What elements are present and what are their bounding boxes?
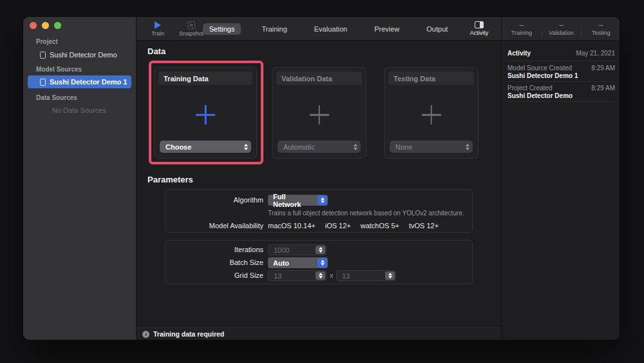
grid-width-field[interactable]: 13 bbox=[268, 270, 327, 281]
stat-training-value: – bbox=[520, 21, 524, 28]
stat-validation-value: – bbox=[559, 21, 563, 28]
tab-settings[interactable]: Settings bbox=[203, 23, 242, 35]
model-sources-label-text: Model Sources bbox=[36, 66, 82, 73]
model-availability-values: macOS 10.14+ iOS 12+ watchOS 5+ tvOS 12+ bbox=[268, 222, 439, 230]
training-data-highlight-box bbox=[149, 61, 263, 164]
divider bbox=[507, 101, 615, 102]
minimize-window-button[interactable] bbox=[42, 22, 49, 29]
activity-toggle-button[interactable]: Activity bbox=[465, 20, 493, 36]
data-section-heading: Data bbox=[147, 46, 166, 56]
popup-chevrons-icon bbox=[317, 195, 327, 205]
stepper-icon[interactable] bbox=[316, 246, 325, 254]
batch-size-popup[interactable]: Auto bbox=[268, 257, 328, 268]
stepper-icon[interactable] bbox=[385, 271, 395, 280]
desktop: Project Sushi Detector Demo Model Source… bbox=[0, 0, 644, 363]
stat-training-label: Training bbox=[511, 30, 532, 36]
validation-data-dropdown[interactable]: Automatic bbox=[278, 141, 361, 153]
activity-heading: Activity bbox=[507, 50, 531, 57]
add-validation-data-icon[interactable] bbox=[310, 105, 329, 124]
iterations-label: Iterations bbox=[165, 246, 263, 253]
grid-width-value: 13 bbox=[274, 272, 281, 280]
status-message: Training data required bbox=[153, 330, 224, 338]
algorithm-description: Trains a full object detection network b… bbox=[268, 210, 464, 217]
model-source-item-label: Sushi Detector Demo 1 bbox=[50, 78, 127, 86]
tab-evaluation[interactable]: Evaluation bbox=[308, 23, 354, 35]
grid-height-field[interactable]: 13 bbox=[336, 270, 396, 281]
stat-testing: – Testing bbox=[581, 17, 620, 40]
dropdown-chevrons-icon bbox=[354, 141, 357, 153]
iterations-value: 1000 bbox=[274, 246, 289, 254]
algorithm-popup[interactable]: Full Network bbox=[268, 195, 328, 206]
model-sources-section-label: Model Sources bbox=[36, 66, 117, 73]
event-row: Model Source Created 8:29 AM bbox=[507, 64, 615, 72]
testing-data-card: Testing Data None bbox=[384, 67, 478, 159]
create-ml-window: Project Sushi Detector Demo Model Source… bbox=[23, 16, 620, 340]
testing-data-title-text: Testing Data bbox=[393, 75, 435, 83]
iterations-field[interactable]: 1000 bbox=[268, 244, 327, 255]
availability-ios: iOS 12+ bbox=[325, 222, 351, 230]
main-pane: Train Snapshot Settings Training Evaluat… bbox=[137, 17, 501, 340]
play-icon bbox=[155, 21, 161, 29]
sidebar-item-model-source[interactable]: Sushi Detector Demo 1 bbox=[28, 75, 131, 88]
status-bar: i Training data required bbox=[137, 328, 501, 340]
document-icon bbox=[40, 52, 46, 59]
model-availability-label: Model Availability bbox=[165, 222, 263, 230]
event-row: Project Created 8:29 AM bbox=[507, 84, 615, 92]
stat-testing-label: Testing bbox=[592, 30, 611, 36]
divider bbox=[507, 61, 615, 61]
testing-data-dropdown[interactable]: None bbox=[390, 141, 473, 153]
sidebar-item-project[interactable]: Sushi Detector Demo bbox=[28, 48, 131, 61]
data-sources-section-label: Data Sources bbox=[36, 94, 77, 101]
event-time: 8:29 AM bbox=[591, 84, 615, 92]
train-button[interactable]: Train bbox=[146, 20, 169, 37]
tab-output[interactable]: Output bbox=[420, 23, 454, 35]
add-testing-data-icon[interactable] bbox=[422, 105, 441, 124]
grid-size-separator: x bbox=[330, 271, 334, 279]
activity-stats-header: – Training – Validation – Testing bbox=[502, 17, 620, 41]
testing-data-card-title: Testing Data bbox=[388, 72, 474, 85]
parameters-section-heading: Parameters bbox=[147, 175, 193, 184]
stat-training: – Training bbox=[502, 17, 542, 40]
project-section-label: Project bbox=[36, 38, 58, 45]
zoom-window-button[interactable] bbox=[54, 22, 61, 29]
activity-button-label: Activity bbox=[470, 30, 489, 36]
snapshot-button-label: Snapshot bbox=[179, 30, 204, 37]
activity-header-row: Activity May 21, 2021 bbox=[507, 50, 615, 57]
testing-data-dropdown-value: None bbox=[395, 143, 412, 151]
project-item-label: Sushi Detector Demo bbox=[50, 51, 117, 59]
tab-bar: Settings Training Evaluation Preview Out… bbox=[214, 17, 443, 41]
validation-data-dropdown-value: Automatic bbox=[283, 143, 315, 151]
stepper-icon[interactable] bbox=[316, 271, 325, 280]
event-title: Model Source Created bbox=[507, 64, 572, 72]
validation-data-card-title: Validation Data bbox=[276, 72, 362, 85]
validation-data-card: Validation Data Automatic bbox=[272, 67, 366, 159]
availability-watchos: watchOS 5+ bbox=[361, 222, 399, 230]
activity-panel: – Training – Validation – Testing Activi… bbox=[501, 17, 620, 340]
model-source-icon bbox=[40, 79, 46, 86]
close-window-button[interactable] bbox=[30, 22, 37, 29]
batch-size-value: Auto bbox=[273, 259, 289, 267]
info-icon: i bbox=[142, 331, 149, 338]
event-title: Project Created bbox=[507, 84, 552, 92]
no-data-sources-label: No Data Sources bbox=[52, 106, 106, 114]
batch-size-label: Batch Size bbox=[165, 259, 263, 266]
grid-height-value: 13 bbox=[342, 272, 350, 280]
popup-chevrons-icon bbox=[317, 258, 327, 268]
event-subject: Sushi Detector Demo bbox=[507, 92, 615, 99]
event-subject: Sushi Detector Demo 1 bbox=[507, 72, 615, 79]
algorithm-popup-value: Full Network bbox=[273, 193, 315, 208]
activity-date: May 21, 2021 bbox=[576, 50, 615, 57]
snapshot-icon bbox=[187, 21, 195, 29]
snapshot-button[interactable]: Snapshot bbox=[176, 20, 206, 37]
window-controls bbox=[30, 22, 61, 29]
divider bbox=[507, 81, 615, 82]
stat-validation-label: Validation bbox=[549, 30, 574, 36]
stat-validation: – Validation bbox=[542, 17, 582, 40]
stat-testing-value: – bbox=[599, 21, 603, 28]
availability-macos: macOS 10.14+ bbox=[268, 222, 316, 230]
tab-preview[interactable]: Preview bbox=[368, 23, 406, 35]
sidebar: Project Sushi Detector Demo Model Source… bbox=[23, 17, 137, 340]
sidebar-panel-icon bbox=[475, 21, 484, 28]
tab-training[interactable]: Training bbox=[255, 23, 293, 35]
availability-tvos: tvOS 12+ bbox=[409, 222, 439, 230]
